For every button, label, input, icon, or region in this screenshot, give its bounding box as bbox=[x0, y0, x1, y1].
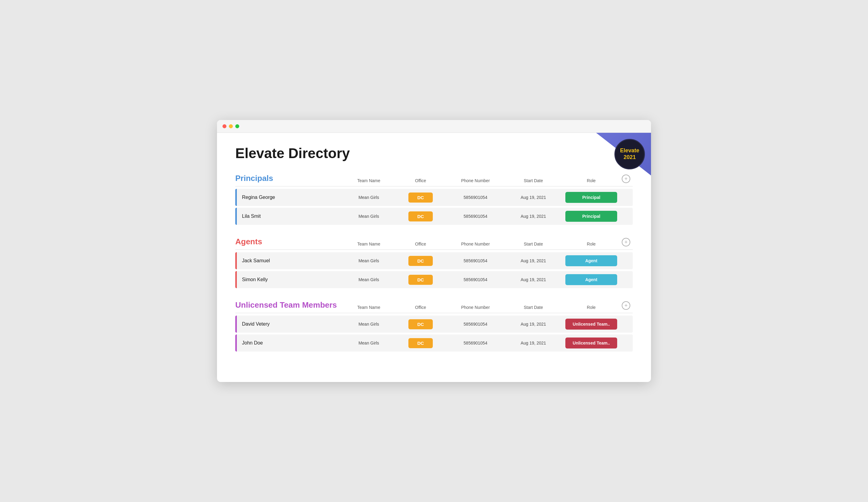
section-header-unlicensed: Unlicensed Team MembersTeam NameOfficePh… bbox=[235, 300, 633, 310]
col-header-role: Role bbox=[561, 242, 622, 247]
col-header-office: Office bbox=[396, 242, 445, 247]
cell-start-date: Aug 19, 2021 bbox=[506, 195, 561, 200]
sections-container: PrincipalsTeam NameOfficePhone NumberSta… bbox=[235, 174, 633, 352]
cell-role: Agent bbox=[561, 274, 622, 285]
cell-office: DC bbox=[396, 319, 445, 329]
cell-role: Unlicensed Team.. bbox=[561, 318, 622, 330]
maximize-button[interactable] bbox=[235, 124, 239, 128]
page-title: Elevate Directory bbox=[235, 145, 633, 161]
row-accent bbox=[235, 208, 237, 225]
cell-start-date: Aug 19, 2021 bbox=[506, 258, 561, 263]
office-badge: DC bbox=[409, 275, 433, 285]
cell-office: DC bbox=[396, 211, 445, 221]
row-accent bbox=[235, 189, 237, 206]
minimize-button[interactable] bbox=[229, 124, 233, 128]
cell-name: Simon Kelly bbox=[235, 277, 341, 282]
badge-line1: Elevate bbox=[620, 147, 639, 154]
cell-name: Jack Samuel bbox=[235, 258, 341, 263]
badge-line2: 2021 bbox=[623, 154, 636, 161]
col-header-role: Role bbox=[561, 305, 622, 310]
cell-start-date: Aug 19, 2021 bbox=[506, 322, 561, 326]
cell-start-date: Aug 19, 2021 bbox=[506, 341, 561, 345]
table-row[interactable]: Regina GeorgeMean GirlsDC5856901054Aug 1… bbox=[235, 189, 633, 206]
cell-phone: 5856901054 bbox=[445, 341, 506, 345]
table-row[interactable]: John DoeMean GirlsDC5856901054Aug 19, 20… bbox=[235, 334, 633, 352]
cell-team: Mean Girls bbox=[341, 258, 396, 263]
cell-name: Regina George bbox=[235, 195, 341, 200]
table-row[interactable]: Lila SmitMean GirlsDC5856901054Aug 19, 2… bbox=[235, 208, 633, 225]
row-accent bbox=[235, 334, 237, 352]
add-button-agents[interactable]: + bbox=[622, 238, 630, 247]
col-header-team-name: Team Name bbox=[341, 178, 396, 183]
cell-role: Agent bbox=[561, 255, 622, 266]
section-title-unlicensed: Unlicensed Team Members bbox=[235, 300, 341, 310]
cell-name: John Doe bbox=[235, 340, 341, 346]
section-title-principals: Principals bbox=[235, 174, 341, 183]
table-row[interactable]: Simon KellyMean GirlsDC5856901054Aug 19,… bbox=[235, 271, 633, 288]
col-header-start-date: Start Date bbox=[506, 178, 561, 183]
cell-phone: 5856901054 bbox=[445, 214, 506, 219]
cell-name: David Vetery bbox=[235, 321, 341, 327]
role-badge: Principal bbox=[565, 211, 617, 222]
section-agents: AgentsTeam NameOfficePhone NumberStart D… bbox=[235, 237, 633, 288]
col-header-role: Role bbox=[561, 178, 622, 183]
add-button-principals[interactable]: + bbox=[622, 175, 630, 183]
section-header-principals: PrincipalsTeam NameOfficePhone NumberSta… bbox=[235, 174, 633, 183]
col-header-start-date: Start Date bbox=[506, 242, 561, 247]
table-row[interactable]: Jack SamuelMean GirlsDC5856901054Aug 19,… bbox=[235, 252, 633, 269]
office-badge: DC bbox=[409, 211, 433, 221]
office-badge: DC bbox=[409, 192, 433, 202]
titlebar bbox=[217, 120, 651, 133]
col-header-team-name: Team Name bbox=[341, 305, 396, 310]
main-content: Elevate 2021 Elevate Directory Principal… bbox=[217, 133, 651, 382]
col-header-phone-number: Phone Number bbox=[445, 242, 506, 247]
elevate-badge: Elevate 2021 bbox=[614, 139, 645, 169]
cell-start-date: Aug 19, 2021 bbox=[506, 214, 561, 219]
office-badge: DC bbox=[409, 256, 433, 266]
office-badge: DC bbox=[409, 338, 433, 348]
cell-role: Unlicensed Team.. bbox=[561, 337, 622, 348]
row-accent bbox=[235, 316, 237, 333]
row-accent bbox=[235, 271, 237, 288]
role-badge: Unlicensed Team.. bbox=[565, 318, 617, 330]
cell-phone: 5856901054 bbox=[445, 322, 506, 326]
cell-start-date: Aug 19, 2021 bbox=[506, 277, 561, 282]
cell-team: Mean Girls bbox=[341, 277, 396, 282]
row-accent bbox=[235, 252, 237, 269]
app-window: Elevate 2021 Elevate Directory Principal… bbox=[217, 120, 651, 382]
close-button[interactable] bbox=[223, 124, 226, 128]
cell-team: Mean Girls bbox=[341, 214, 396, 219]
cell-office: DC bbox=[396, 192, 445, 202]
cell-office: DC bbox=[396, 256, 445, 266]
col-header-phone-number: Phone Number bbox=[445, 305, 506, 310]
cell-role: Principal bbox=[561, 192, 622, 203]
add-button-unlicensed[interactable]: + bbox=[622, 301, 630, 310]
role-badge: Unlicensed Team.. bbox=[565, 337, 617, 348]
section-principals: PrincipalsTeam NameOfficePhone NumberSta… bbox=[235, 174, 633, 225]
cell-office: DC bbox=[396, 338, 445, 348]
cell-team: Mean Girls bbox=[341, 322, 396, 326]
section-title-agents: Agents bbox=[235, 237, 341, 247]
role-badge: Principal bbox=[565, 192, 617, 203]
office-badge: DC bbox=[409, 319, 433, 329]
cell-phone: 5856901054 bbox=[445, 195, 506, 200]
role-badge: Agent bbox=[565, 255, 617, 266]
cell-phone: 5856901054 bbox=[445, 258, 506, 263]
role-badge: Agent bbox=[565, 274, 617, 285]
col-header-start-date: Start Date bbox=[506, 305, 561, 310]
col-header-team-name: Team Name bbox=[341, 242, 396, 247]
cell-name: Lila Smit bbox=[235, 213, 341, 219]
cell-phone: 5856901054 bbox=[445, 277, 506, 282]
col-header-office: Office bbox=[396, 305, 445, 310]
cell-office: DC bbox=[396, 275, 445, 285]
cell-team: Mean Girls bbox=[341, 195, 396, 200]
col-header-office: Office bbox=[396, 178, 445, 183]
cell-team: Mean Girls bbox=[341, 341, 396, 345]
cell-role: Principal bbox=[561, 211, 622, 222]
section-header-agents: AgentsTeam NameOfficePhone NumberStart D… bbox=[235, 237, 633, 247]
col-header-phone-number: Phone Number bbox=[445, 178, 506, 183]
table-row[interactable]: David VeteryMean GirlsDC5856901054Aug 19… bbox=[235, 316, 633, 333]
section-unlicensed: Unlicensed Team MembersTeam NameOfficePh… bbox=[235, 300, 633, 352]
